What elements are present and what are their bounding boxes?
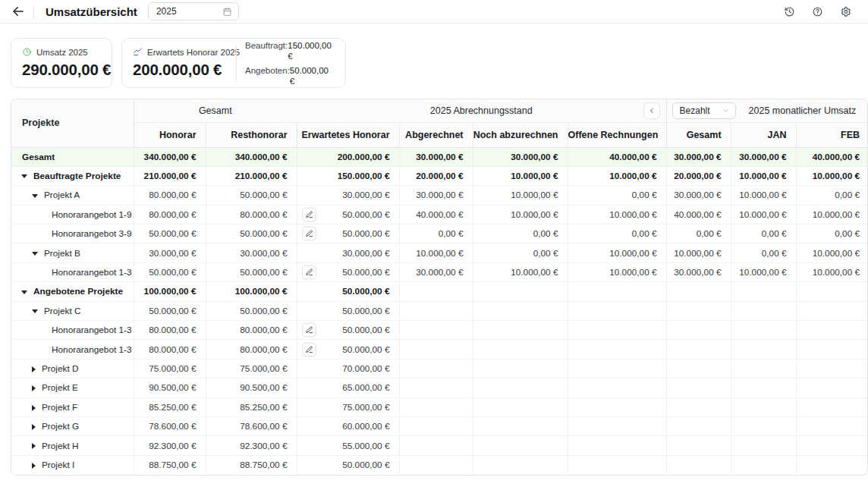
- row-label-cell[interactable]: Projekt D: [11, 359, 134, 378]
- back-button[interactable]: [10, 3, 27, 20]
- cell-resthonorar: 340.000,00 €: [206, 147, 297, 166]
- cell-value: 10.000,00 €: [813, 171, 860, 181]
- row-label: Projekt I: [42, 460, 74, 470]
- row-label-cell[interactable]: Projekt G: [11, 416, 134, 435]
- cell-value: 50.000,00 €: [342, 460, 389, 470]
- cell-value: 92.300,00 €: [149, 441, 196, 451]
- cell-offene-rechnungen: 10.000,00 €: [568, 262, 666, 281]
- triangle-right-icon[interactable]: [32, 463, 36, 469]
- cell-abgerechnet: [399, 436, 473, 455]
- col-header-jan: JAN: [731, 122, 796, 147]
- edit-honorar-button[interactable]: [302, 323, 316, 338]
- edit-honorar-button[interactable]: [302, 227, 316, 241]
- cell-honorar: 80.000,00 €: [134, 186, 206, 205]
- row-label: Angebotene Projekte: [33, 286, 123, 297]
- settings-gear-icon: [840, 6, 851, 17]
- cell-abgerechnet: [399, 340, 473, 359]
- row-label: Projekt F: [42, 402, 77, 413]
- triangle-right-icon[interactable]: [32, 385, 36, 391]
- triangle-right-icon[interactable]: [32, 424, 36, 430]
- cell-value: 0,00 €: [762, 228, 787, 239]
- cell-value: 50.000,00 €: [342, 344, 389, 355]
- row-label-cell[interactable]: Projekt F: [11, 397, 134, 416]
- settings-button[interactable]: [839, 5, 851, 17]
- cell-value: 30.000,00 €: [342, 248, 389, 259]
- erwartetes-card-label: Erwartets Honorar 2025: [147, 48, 240, 57]
- table-row: Projekt A80.000,00 €50.000,00 €30.000,00…: [11, 186, 868, 205]
- row-label-cell: Honorarangebot 1-3: [11, 340, 134, 359]
- history-button[interactable]: [783, 5, 795, 17]
- cell-value: 0,00 €: [835, 228, 860, 239]
- edit-honorar-button[interactable]: [302, 342, 316, 356]
- cell-value: 10.000,00 €: [511, 190, 558, 200]
- year-input[interactable]: 2025: [148, 2, 239, 20]
- cell-value: 40.000,00 €: [813, 152, 860, 162]
- cell-value: 50.000,00 €: [342, 306, 389, 316]
- cell-abgerechnet: [399, 321, 473, 340]
- cell-value: 55.000,00 €: [342, 441, 389, 451]
- row-label-cell: Honorarangebot 1-3: [11, 321, 134, 340]
- triangle-right-icon[interactable]: [32, 366, 36, 372]
- cell-value: 80.000,00 €: [240, 344, 287, 355]
- row-label-cell[interactable]: Projekt A: [11, 186, 134, 205]
- row-label-cell[interactable]: Projekt E: [11, 378, 134, 397]
- cell-value: 200.000,00 €: [338, 152, 390, 162]
- row-label-cell[interactable]: Projekt H: [11, 436, 134, 455]
- table-row: Projekt I88.750,00 €88.750,00 €50.000,00…: [11, 455, 868, 474]
- cell-abgerechnet: [399, 455, 473, 474]
- topbar-divider: [33, 6, 34, 17]
- triangle-down-icon[interactable]: [21, 174, 27, 178]
- cell-value: 78.600,00 €: [240, 421, 287, 432]
- triangle-down-icon[interactable]: [32, 194, 38, 198]
- row-label-cell[interactable]: Angebotene Projekte: [11, 282, 134, 301]
- triangle-down-icon[interactable]: [21, 290, 27, 294]
- cell-value: 10.000,00 €: [739, 171, 786, 181]
- cell-noch-abzurechnen: [473, 282, 568, 301]
- help-button[interactable]: [811, 5, 823, 17]
- cell-value: 30.000,00 €: [511, 152, 558, 162]
- bezahlt-dropdown[interactable]: Bezahlt: [672, 102, 736, 119]
- cell-gesamt: 30.000,00 €: [666, 262, 731, 281]
- edit-honorar-button[interactable]: [302, 265, 316, 280]
- row-label-cell[interactable]: Projekt I: [11, 455, 134, 474]
- group-header-abrechnungsstand: 2025 Abrechnungsstand: [297, 99, 666, 122]
- triangle-right-icon[interactable]: [32, 443, 36, 449]
- table-row: Honorarangebot 1-350.000,00 €50.000,00 €…: [11, 262, 868, 281]
- row-label: Projekt E: [42, 382, 78, 393]
- cell-value: 90.500,00 €: [149, 382, 196, 393]
- cell-value: 30.000,00 €: [416, 152, 463, 162]
- cell-abgerechnet: 20.000,00 €: [399, 166, 473, 185]
- cell-value: 10.000,00 €: [813, 209, 860, 220]
- cell-offene-rechnungen: 0,00 €: [568, 186, 666, 205]
- triangle-down-icon[interactable]: [32, 252, 38, 256]
- cell-resthonorar: 88.750,00 €: [206, 455, 297, 474]
- cell-noch-abzurechnen: [473, 359, 568, 378]
- cell-value: 10.000,00 €: [813, 267, 860, 278]
- row-label-cell[interactable]: Beauftragte Projekte: [11, 166, 134, 185]
- topbar: Umsatzübersicht 2025: [0, 0, 868, 24]
- cell-jan: [731, 397, 796, 416]
- cell-erwartetes-honorar: 200.000,00 €: [297, 147, 399, 166]
- cell-jan: [731, 416, 796, 435]
- cell-feb: [796, 321, 868, 340]
- row-label-cell[interactable]: Projekt C: [11, 301, 134, 320]
- cell-feb: [796, 455, 868, 474]
- row-label-cell: Gesamt: [11, 147, 134, 166]
- cell-resthonorar: 80.000,00 €: [206, 321, 297, 340]
- triangle-right-icon[interactable]: [32, 405, 36, 411]
- cell-value: 50.000,00 €: [149, 228, 196, 239]
- cell-erwartetes-honorar: 50.000,00 €: [297, 455, 399, 474]
- cell-gesamt: 40.000,00 €: [666, 205, 731, 224]
- collapse-group-button[interactable]: [643, 102, 660, 119]
- cell-offene-rechnungen: [568, 436, 666, 455]
- cell-value: 30.000,00 €: [240, 248, 287, 259]
- edit-honorar-button[interactable]: [302, 207, 316, 221]
- triangle-down-icon[interactable]: [32, 309, 38, 313]
- cell-value: 30.000,00 €: [149, 248, 196, 259]
- row-label: Honorarangebot 1-3: [52, 344, 132, 355]
- pencil-icon: [305, 345, 313, 353]
- cell-resthonorar: 50.000,00 €: [206, 225, 297, 243]
- col-header-abgerechnet: Abgerechnet: [399, 122, 473, 147]
- cell-abgerechnet: 30.000,00 €: [399, 147, 473, 166]
- row-label-cell[interactable]: Projekt B: [11, 243, 134, 262]
